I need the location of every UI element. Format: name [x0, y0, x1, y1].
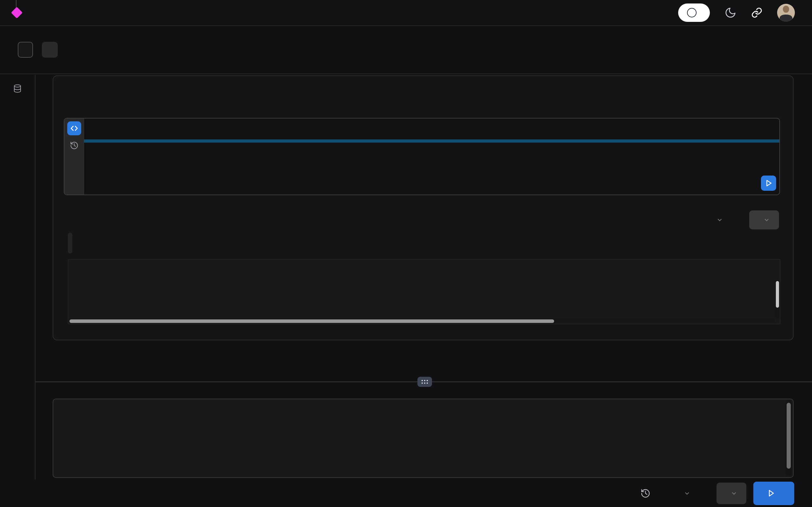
selection-pad	[84, 139, 779, 143]
time-window-dropdown[interactable]	[716, 483, 746, 504]
sql-editor-content[interactable]	[68, 404, 780, 477]
play-icon	[767, 489, 775, 498]
snippet-gutter	[64, 118, 84, 194]
link-icon[interactable]	[751, 7, 763, 18]
chevron-down-icon	[763, 216, 770, 223]
nav-right	[678, 0, 795, 25]
limit-dropdown[interactable]	[680, 490, 691, 497]
bottom-bar-controls	[641, 482, 794, 505]
database-icon[interactable]	[13, 83, 22, 94]
editor-vertical-scrollbar	[785, 400, 792, 476]
run-query-button[interactable]	[753, 482, 794, 505]
chevron-down-icon	[683, 490, 691, 497]
scrollbar-thumb[interactable]	[69, 320, 554, 323]
sql-display[interactable]	[84, 118, 779, 194]
tab-bar	[0, 26, 812, 74]
chevron-down-icon	[716, 216, 723, 223]
table-horizontal-scrollbar	[68, 319, 774, 324]
bottom-bar	[0, 480, 812, 507]
pane-splitter	[36, 382, 812, 382]
splitter-grip-handle[interactable]	[417, 377, 432, 387]
question-circle-icon	[687, 8, 697, 17]
view-tabs	[68, 233, 72, 253]
sidebar	[0, 75, 36, 480]
add-tab-button[interactable]	[42, 42, 58, 58]
sql-editor[interactable]	[53, 399, 794, 478]
status-row	[68, 210, 779, 229]
code-view-button[interactable]	[67, 121, 81, 135]
tab-chip[interactable]	[18, 42, 33, 58]
scrollbar-thumb[interactable]	[776, 281, 779, 308]
workspace	[0, 75, 812, 507]
feedback-help-button[interactable]	[678, 3, 710, 22]
chevron-down-icon	[730, 490, 738, 497]
time-window-dropdown[interactable]	[749, 210, 779, 229]
table-vertical-scrollbar	[775, 280, 780, 319]
grip-dots-icon	[421, 380, 423, 381]
results-table-wrap	[68, 259, 780, 324]
sql-snippet-box	[64, 118, 780, 195]
results-card	[53, 75, 794, 340]
scrollbar-thumb[interactable]	[786, 403, 791, 469]
run-snippet-button[interactable]	[761, 176, 776, 191]
limit-dropdown[interactable]	[713, 216, 723, 223]
user-avatar[interactable]	[777, 4, 795, 21]
top-nav	[0, 0, 812, 26]
history-icon[interactable]	[641, 488, 651, 498]
history-icon[interactable]	[70, 141, 79, 150]
moon-icon[interactable]	[724, 7, 737, 19]
